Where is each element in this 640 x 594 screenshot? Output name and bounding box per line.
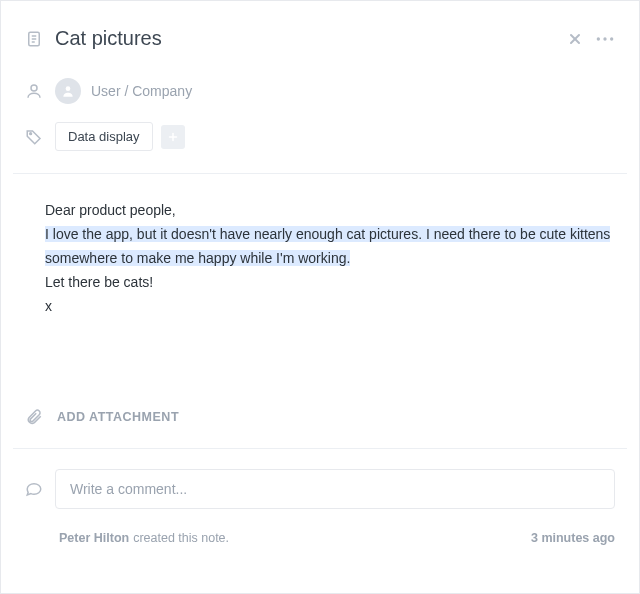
svg-point-7 (603, 37, 606, 40)
highlight: somewhere to make me happy while I'm wor… (45, 250, 350, 266)
audit-row: Peter Hilton created this note. 3 minute… (1, 509, 639, 545)
comment-icon (25, 480, 43, 498)
header: Cat pictures (1, 1, 639, 60)
tag-chip[interactable]: Data display (55, 122, 153, 151)
user-row: User / Company (1, 78, 639, 104)
note-panel: Cat pictures User / Comp (0, 0, 640, 594)
note-line: I love the app, but it doesn't have near… (45, 222, 615, 246)
tags-row: Data display (1, 122, 639, 151)
tag-icon (25, 128, 43, 146)
comment-input[interactable] (55, 469, 615, 509)
add-tag-button[interactable] (161, 125, 185, 149)
note-icon (25, 30, 43, 48)
comment-row (1, 449, 639, 509)
highlight: I love the app, but it doesn't have near… (45, 226, 610, 242)
audit-action: created this note. (133, 531, 229, 545)
svg-point-8 (610, 37, 613, 40)
note-line: x (45, 294, 615, 318)
user-icon (25, 82, 43, 100)
add-attachment-button[interactable]: ADD ATTACHMENT (1, 408, 639, 426)
note-line: Let there be cats! (45, 270, 615, 294)
page-title: Cat pictures (55, 27, 567, 50)
audit-author: Peter Hilton (59, 531, 129, 545)
avatar[interactable] (55, 78, 81, 104)
close-icon[interactable] (567, 31, 583, 47)
attachment-label: ADD ATTACHMENT (57, 410, 179, 424)
user-company-placeholder[interactable]: User / Company (91, 83, 192, 99)
svg-point-6 (597, 37, 600, 40)
more-icon[interactable] (595, 32, 615, 46)
audit-time: 3 minutes ago (531, 531, 615, 545)
note-line: somewhere to make me happy while I'm wor… (45, 246, 615, 270)
svg-point-9 (31, 85, 37, 91)
svg-point-11 (30, 132, 32, 134)
note-line: Dear product people, (45, 198, 615, 222)
paperclip-icon (25, 408, 43, 426)
note-body[interactable]: Dear product people, I love the app, but… (1, 174, 639, 318)
svg-point-10 (66, 86, 71, 91)
